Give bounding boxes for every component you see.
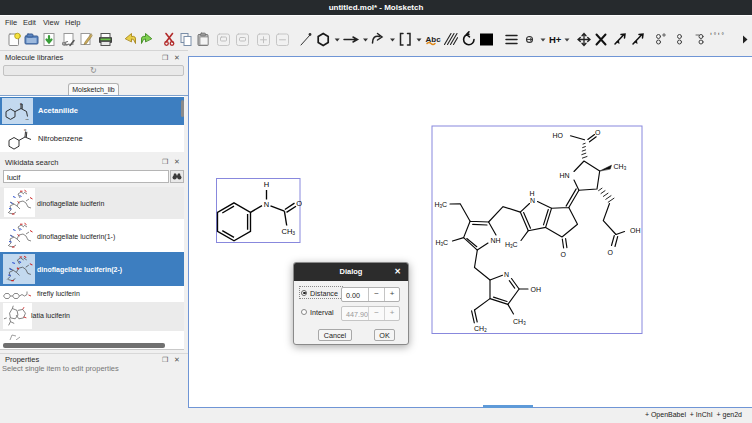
svg-text:CH3: CH3 (614, 163, 627, 171)
svg-text:H+: H+ (549, 34, 562, 45)
svg-text:CH2: CH2 (474, 325, 487, 333)
svg-text:H3C: H3C (435, 201, 448, 209)
svg-text:o: o (24, 127, 27, 132)
svg-text:N: N (504, 271, 509, 278)
svg-text:HO: HO (553, 132, 564, 139)
svg-text:O: O (608, 249, 614, 256)
svg-text:N: N (530, 197, 535, 204)
svg-text:CH3: CH3 (513, 318, 526, 326)
svg-text:CH3: CH3 (282, 227, 296, 237)
svg-text:O: O (595, 129, 601, 136)
svg-text:OH: OH (630, 227, 641, 234)
svg-text:ʹ°ʹ°: ʹ°ʹ° (709, 32, 725, 40)
svg-text:ₕ₃: ₕ₃ (26, 116, 30, 121)
svg-text:O: O (561, 251, 567, 258)
svg-text:OH: OH (531, 286, 542, 293)
svg-text:NH: NH (491, 237, 501, 244)
svg-text:N: N (264, 200, 269, 209)
svg-text:HN: HN (560, 172, 570, 179)
svg-text:H3C: H3C (505, 241, 518, 249)
svg-text:O: O (296, 199, 302, 208)
svg-text:H: H (264, 180, 269, 189)
svg-text:H3C: H3C (436, 239, 449, 247)
